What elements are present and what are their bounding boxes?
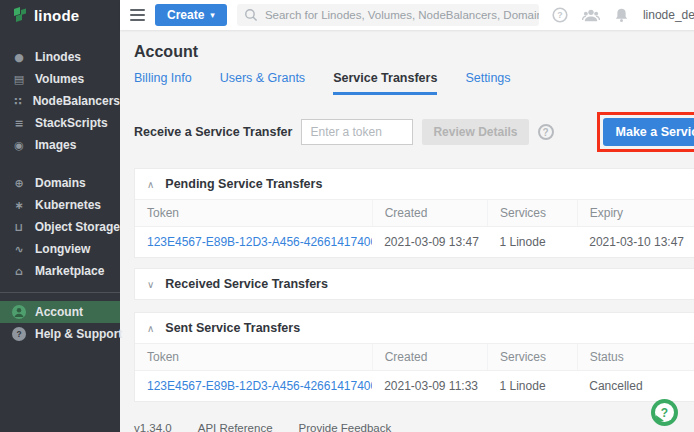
linodes-icon: ● [12,51,26,64]
help-chat-bubble[interactable]: ? [651,399,678,426]
sent-transfers-panel: ∧ Sent Service Transfers Token Created S… [134,312,694,402]
search-input[interactable] [237,4,539,26]
sidebar-item-longview[interactable]: ∿ Longview [0,238,120,260]
logo[interactable]: linode [0,0,120,30]
created-cell: 2021-03-09 11:33 [372,371,487,402]
notifications-bell-icon[interactable] [613,6,631,24]
pending-section-header[interactable]: ∧ Pending Service Transfers [135,169,694,199]
sidebar-item-object-storage[interactable]: ⊔ Object Storage [0,216,120,238]
token-link[interactable]: 123E4567-E89B-12D3-A456-426614174000 [147,235,372,249]
token-input[interactable] [301,119,413,145]
chevron-down-icon: ∨ [147,279,154,290]
sent-section-title: Sent Service Transfers [165,321,300,335]
sent-section-header[interactable]: ∧ Sent Service Transfers [135,313,694,343]
tab-users-grants[interactable]: Users & Grants [220,71,305,95]
search-icon [244,8,258,22]
col-token: Token [135,344,372,371]
col-status: Status [577,344,694,371]
pending-transfers-panel: ∧ Pending Service Transfers Token Create… [134,168,694,258]
chevron-up-icon: ∧ [147,323,154,334]
account-icon [12,305,26,319]
expiry-cell: 2021-03-10 13:47 [577,227,694,258]
sidebar-item-help-support[interactable]: ? Help & Support [0,323,120,345]
pending-section-title: Pending Service Transfers [165,177,322,191]
main-content: Account Billing Info Users & Grants Serv… [120,30,694,432]
sent-transfers-table: Token Created Services Status 123E4567-E… [135,343,694,401]
token-link[interactable]: 123E4567-E89B-12D3-A456-426614174001 [147,379,372,393]
review-details-button[interactable]: Review Details [422,119,528,145]
help-support-icon: ? [12,327,26,341]
object-storage-icon: ⊔ [12,221,26,234]
receive-transfer-label: Receive a Service Transfer [134,125,292,139]
menu-icon[interactable] [130,9,145,21]
sidebar-item-account[interactable]: Account [0,301,120,323]
sidebar-item-marketplace[interactable]: ⌂ Marketplace [0,260,120,282]
received-transfers-panel: ∨ Received Service Transfers [134,268,694,300]
col-expiry: Expiry [577,200,694,227]
sidebar-item-images[interactable]: ◉ Images [0,134,120,156]
tab-bar: Billing Info Users & Grants Service Tran… [134,71,694,95]
stackscripts-icon: ≡ [12,117,26,130]
linode-logo-icon [12,7,28,23]
nodebalancers-icon: ∷ [12,95,24,108]
api-reference-link[interactable]: API Reference [198,422,273,432]
tab-billing-info[interactable]: Billing Info [134,71,192,95]
status-cell: Cancelled [577,371,694,402]
svg-text:?: ? [16,329,21,339]
page-title: Account [134,43,694,61]
longview-icon: ∿ [12,243,26,256]
app-version: v1.34.0 [134,422,172,432]
services-cell: 1 Linode [488,371,578,402]
make-service-transfer-button[interactable]: Make a Service Transfer [603,118,694,146]
marketplace-icon: ⌂ [12,265,26,278]
col-token: Token [135,200,372,227]
sidebar-item-kubernetes[interactable]: ∗ Kubernetes [0,194,120,216]
sidebar: ● Linodes ▤ Volumes ∷ NodeBalancers ≡ St… [0,30,120,432]
search-box [237,4,539,26]
table-row: 123E4567-E89B-12D3-A456-426614174000 202… [135,227,694,258]
help-icon[interactable]: ? [551,6,569,24]
sidebar-item-volumes[interactable]: ▤ Volumes [0,68,120,90]
top-icons: ? [551,6,631,24]
annotation-highlight-box: Make a Service Transfer [597,112,694,152]
domains-icon: ⊕ [12,177,26,190]
tab-settings[interactable]: Settings [465,71,510,95]
created-cell: 2021-03-09 13:47 [372,227,487,258]
col-created: Created [372,200,487,227]
received-section-header[interactable]: ∨ Received Service Transfers [135,269,694,299]
create-button[interactable]: Create ▾ [155,4,227,26]
pending-transfers-table: Token Created Services Expiry 123E4567-E… [135,199,694,257]
col-services: Services [488,200,578,227]
community-icon[interactable] [582,6,600,24]
logo-text: linode [34,7,79,24]
images-icon: ◉ [12,139,26,152]
sidebar-item-stackscripts[interactable]: ≡ StackScripts [0,112,120,134]
sidebar-item-nodebalancers[interactable]: ∷ NodeBalancers [0,90,120,112]
received-section-title: Received Service Transfers [165,277,328,291]
volumes-icon: ▤ [12,73,26,86]
sidebar-item-domains[interactable]: ⊕ Domains [0,172,120,194]
svg-text:?: ? [557,10,562,20]
receive-help-icon[interactable]: ? [538,124,554,140]
kubernetes-icon: ∗ [12,199,26,212]
table-row: 123E4567-E89B-12D3-A456-426614174001 202… [135,371,694,402]
footer: v1.34.0 API Reference Provide Feedback [134,422,694,432]
chevron-down-icon: ▾ [210,10,215,20]
app-window: linode Create ▾ ? [0,0,694,432]
username[interactable]: linode_demo512 [643,8,694,22]
receive-transfer-row: Receive a Service Transfer Review Detail… [134,112,694,152]
tab-service-transfers[interactable]: Service Transfers [333,71,437,95]
help-chat-question-icon: ? [655,403,674,422]
top-bar: Create ▾ ? [120,0,694,30]
sidebar-divider [0,292,120,293]
services-cell: 1 Linode [488,227,578,258]
col-created: Created [372,344,487,371]
col-services: Services [488,344,578,371]
provide-feedback-link[interactable]: Provide Feedback [299,422,392,432]
chevron-up-icon: ∧ [147,179,154,190]
sidebar-item-linodes[interactable]: ● Linodes [0,46,120,68]
